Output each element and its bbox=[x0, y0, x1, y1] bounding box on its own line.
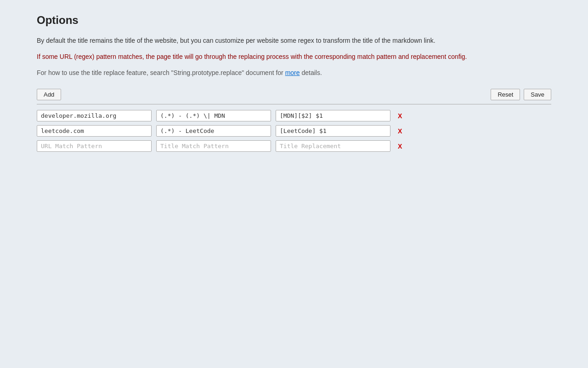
description-2: If some URL (regex) pattern matches, the… bbox=[37, 52, 551, 62]
title-replace-input-3[interactable] bbox=[276, 140, 390, 152]
url-input-3[interactable] bbox=[37, 140, 152, 152]
delete-button-2[interactable]: X bbox=[395, 126, 405, 136]
more-link[interactable]: more bbox=[285, 69, 300, 76]
title-replace-input-1[interactable] bbox=[276, 110, 390, 121]
url-input-1[interactable] bbox=[37, 110, 152, 121]
description-3-pre: For how to use the title replace feature… bbox=[37, 69, 285, 76]
reset-button[interactable]: Reset bbox=[491, 89, 520, 100]
table-row: X bbox=[37, 125, 551, 137]
main-container: Options By default the title remains the… bbox=[0, 0, 588, 368]
description-3: For how to use the title replace feature… bbox=[37, 68, 551, 78]
url-input-2[interactable] bbox=[37, 125, 152, 137]
save-button[interactable]: Save bbox=[524, 89, 551, 100]
description-1: By default the title remains the title o… bbox=[37, 36, 551, 46]
description-3-post: details. bbox=[300, 69, 322, 76]
table-row: X bbox=[37, 140, 551, 152]
title-match-input-1[interactable] bbox=[156, 110, 271, 121]
title-match-input-3[interactable] bbox=[156, 140, 271, 152]
title-match-input-2[interactable] bbox=[156, 125, 271, 137]
delete-button-1[interactable]: X bbox=[395, 111, 405, 121]
toolbar: Add Reset Save bbox=[37, 89, 551, 100]
divider bbox=[37, 104, 551, 104]
table-row: X bbox=[37, 110, 551, 121]
title-replace-input-2[interactable] bbox=[276, 125, 390, 137]
rows-container: X X X bbox=[37, 110, 551, 152]
add-button[interactable]: Add bbox=[37, 89, 61, 100]
page-title: Options bbox=[37, 14, 551, 27]
delete-button-3[interactable]: X bbox=[395, 142, 405, 151]
